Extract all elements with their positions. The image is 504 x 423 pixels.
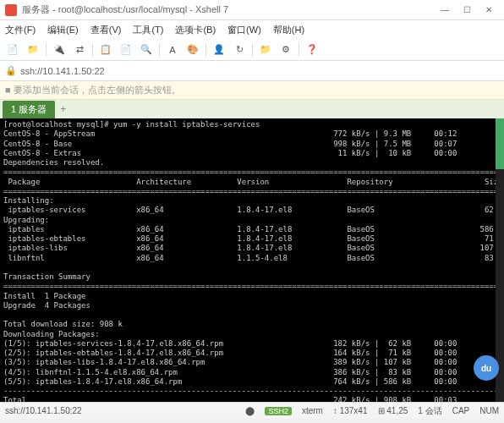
- menu-help[interactable]: 帮助(H): [273, 24, 304, 36]
- help-icon[interactable]: ❓: [304, 42, 320, 58]
- toolbar: 📄 📁 🔌 ⇄ 📋 📄 🔍 A 🎨 👤 ↻ 📁 ⚙ ❓: [0, 39, 504, 61]
- titlebar: 服务器 - root@localhost:/usr/local/mysql - …: [0, 0, 504, 20]
- separator: [92, 43, 93, 57]
- close-button[interactable]: ✕: [479, 3, 499, 18]
- menu-edit[interactable]: 编辑(E): [47, 24, 79, 36]
- color-icon[interactable]: 🎨: [185, 42, 200, 58]
- user-icon[interactable]: 👤: [211, 42, 227, 58]
- scrollbar-track[interactable]: [496, 118, 504, 402]
- minimize-button[interactable]: —: [435, 3, 455, 18]
- status-sessions: 1 会话: [418, 405, 441, 417]
- separator: [46, 43, 47, 57]
- window-title: 服务器 - root@localhost:/usr/local/mysql - …: [22, 3, 435, 16]
- status-size: ↕ 137x41: [333, 406, 368, 415]
- copy-icon[interactable]: 📋: [98, 42, 113, 58]
- separator: [252, 43, 253, 57]
- status-term: xterm: [302, 406, 323, 415]
- paste-icon[interactable]: 📄: [118, 42, 134, 58]
- status-num: NUM: [479, 406, 499, 415]
- menubar: 文件(F) 编辑(E) 查看(V) 工具(T) 选项卡(B) 窗口(W) 帮助(…: [0, 20, 504, 39]
- status-host: ssh://10.141.1.50:22: [5, 406, 235, 415]
- open-icon[interactable]: 📁: [25, 42, 41, 58]
- address-text[interactable]: ssh://10.141.1.50:22: [20, 66, 105, 76]
- menu-file[interactable]: 文件(F): [5, 24, 36, 36]
- terminal[interactable]: [root@localhost mysql]# yum -y install i…: [0, 118, 504, 402]
- maximize-button[interactable]: ☐: [457, 3, 477, 18]
- menu-window[interactable]: 窗口(W): [227, 24, 261, 36]
- status-indicator: ⬤: [245, 406, 255, 415]
- transfer-icon[interactable]: ⇄: [72, 42, 87, 58]
- refresh-icon[interactable]: ↻: [232, 42, 247, 58]
- statusbar: ssh://10.141.1.50:22 ⬤ SSH2 xterm ↕ 137x…: [0, 402, 504, 419]
- folder-icon[interactable]: 📁: [258, 42, 273, 58]
- search-icon[interactable]: 🔍: [139, 42, 154, 58]
- menu-tools[interactable]: 工具(T): [133, 24, 163, 36]
- tabbar: 1 服务器 +: [0, 100, 504, 118]
- hint-bar: ■ 要添加当前会话，点击左侧的箭头按钮。: [0, 81, 504, 100]
- font-icon[interactable]: A: [165, 42, 180, 58]
- settings-icon[interactable]: ⚙: [278, 42, 293, 58]
- scrollbar-thumb[interactable]: [496, 118, 504, 169]
- separator: [299, 43, 299, 57]
- menu-tab[interactable]: 选项卡(B): [175, 24, 216, 36]
- lock-icon: 🔒: [5, 65, 17, 76]
- hint-text: ■ 要添加当前会话，点击左侧的箭头按钮。: [5, 84, 181, 96]
- separator: [159, 43, 160, 57]
- menu-view[interactable]: 查看(V): [90, 24, 122, 36]
- status-cap: CAP: [452, 406, 470, 415]
- addressbar: 🔒 ssh://10.141.1.50:22: [0, 61, 504, 81]
- status-pos: ⊞ 41,25: [378, 406, 408, 415]
- float-assistant-icon[interactable]: du: [474, 355, 499, 381]
- connect-icon[interactable]: 🔌: [52, 42, 67, 58]
- separator: [205, 43, 206, 57]
- tab-add-button[interactable]: +: [55, 103, 71, 115]
- new-icon[interactable]: 📄: [5, 42, 20, 58]
- app-icon: [5, 4, 17, 16]
- status-ssh: SSH2: [265, 407, 292, 415]
- tab-server[interactable]: 1 服务器: [3, 101, 55, 118]
